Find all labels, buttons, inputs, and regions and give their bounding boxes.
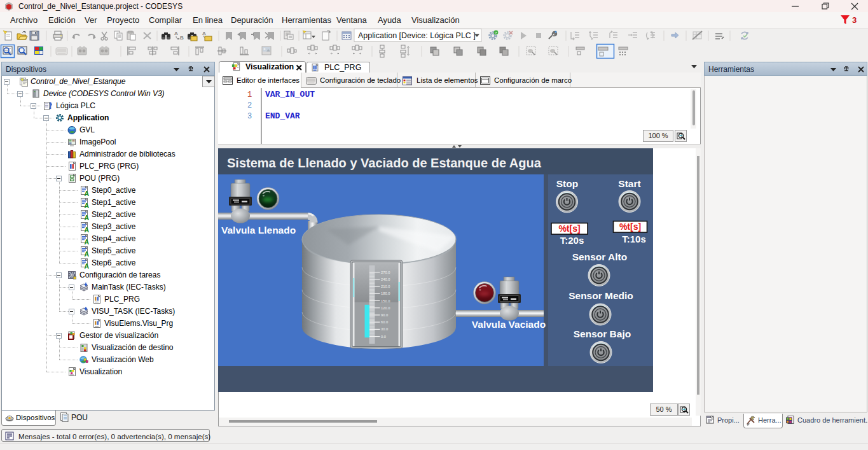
svg-text:Start: Start bbox=[618, 178, 640, 189]
svg-text:Valvula Llenado: Valvula Llenado bbox=[221, 225, 296, 236]
svg-text:T:20s: T:20s bbox=[560, 235, 584, 246]
svg-text:%t[s]: %t[s] bbox=[558, 223, 580, 234]
svg-text:Application [Device: Lógica PL: Application [Device: Lógica PLC ] bbox=[358, 31, 476, 40]
svg-text:A: A bbox=[85, 190, 90, 197]
svg-text:Sensor Bajo: Sensor Bajo bbox=[574, 328, 631, 339]
svg-text:180.0: 180.0 bbox=[381, 292, 390, 295]
svg-text:T:10s: T:10s bbox=[622, 234, 646, 244]
svg-text:Valvula Vaciado: Valvula Vaciado bbox=[472, 319, 546, 330]
svg-text:120.0: 120.0 bbox=[381, 306, 390, 310]
svg-text:%t[s]: %t[s] bbox=[619, 221, 641, 232]
svg-text:A: A bbox=[85, 202, 90, 209]
svg-text:A: A bbox=[174, 31, 178, 36]
svg-text:60.0: 60.0 bbox=[381, 320, 388, 324]
svg-text:A: A bbox=[85, 250, 90, 257]
svg-text:3: 3 bbox=[852, 15, 857, 25]
svg-text:270.0: 270.0 bbox=[381, 271, 390, 274]
svg-text:Stop: Stop bbox=[556, 178, 578, 189]
svg-text:30.0: 30.0 bbox=[381, 327, 388, 331]
svg-text:0.0: 0.0 bbox=[381, 335, 386, 339]
svg-text:90.0: 90.0 bbox=[381, 313, 388, 317]
svg-text:210.0: 210.0 bbox=[381, 285, 390, 288]
svg-text:A: A bbox=[202, 31, 206, 36]
svg-text:A: A bbox=[85, 262, 90, 269]
svg-text:A: A bbox=[85, 238, 90, 245]
svg-text:Sensor Alto: Sensor Alto bbox=[572, 251, 627, 262]
svg-text:Sensor Medio: Sensor Medio bbox=[568, 290, 633, 301]
svg-text:Sistema de Llenado y Vaciado d: Sistema de Llenado y Vaciado de Estanque… bbox=[227, 156, 542, 170]
svg-text:A: A bbox=[85, 214, 90, 221]
svg-text:B: B bbox=[180, 35, 184, 41]
svg-text:240.0: 240.0 bbox=[381, 278, 390, 281]
svg-text:A: A bbox=[85, 226, 90, 233]
svg-text:150.0: 150.0 bbox=[381, 299, 390, 303]
